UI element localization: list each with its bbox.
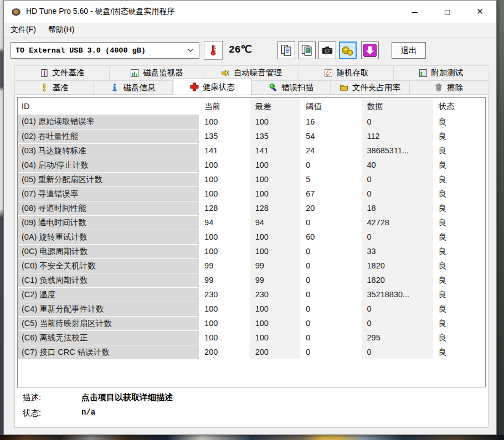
close-button[interactable]: ✕ bbox=[464, 1, 496, 23]
tab-erase[interactable]: 擦除 bbox=[410, 80, 488, 95]
cell-current: 94 bbox=[199, 215, 250, 230]
tab-random-access[interactable]: 随机存取 bbox=[299, 65, 394, 80]
description-value: 点击项目以获取详细描述 bbox=[81, 392, 173, 403]
cell-current: 100 bbox=[199, 330, 250, 345]
cell-data: 0 bbox=[362, 316, 433, 330]
cell-data: 0 bbox=[362, 302, 433, 316]
menu-help[interactable]: 帮助(H) bbox=[43, 23, 80, 37]
smart-attribute-row[interactable]: (C2) 温度230230035218830...良 bbox=[18, 287, 485, 302]
cell-status: 良 bbox=[433, 115, 485, 129]
cell-threshold: 0 bbox=[300, 215, 361, 230]
cell-worst: 94 bbox=[250, 215, 301, 230]
maximize-button[interactable]: □ bbox=[431, 1, 464, 23]
description-label: 描述: bbox=[23, 392, 81, 403]
status-label: 状态: bbox=[23, 408, 81, 418]
tab-benchmark[interactable]: 基准 bbox=[14, 80, 94, 95]
smart-attribute-row[interactable]: (08) 寻道时间性能1281282018良 bbox=[18, 201, 485, 215]
save-screenshot-button[interactable] bbox=[361, 42, 379, 59]
title-bar: HD Tune Pro 5.60 - 硬盘/固态硬盘实用程序 ─ □ ✕ bbox=[4, 1, 496, 23]
tab-disk-info[interactable]: 磁盘信息 bbox=[94, 80, 172, 95]
cell-current: 100 bbox=[199, 302, 250, 316]
column-header-threshold[interactable]: 阈值 bbox=[300, 98, 361, 115]
smart-attribute-row[interactable]: (C1) 负载周期计数999901820良 bbox=[18, 273, 485, 287]
minimize-button[interactable]: ─ bbox=[398, 1, 431, 23]
smart-attribute-row[interactable]: (C7) 接口 CRC 错误计数20020000良 bbox=[18, 345, 485, 359]
column-header-status[interactable]: 状态 bbox=[433, 98, 485, 115]
aam-gears-icon bbox=[342, 44, 354, 56]
tab-label: 随机存取 bbox=[337, 68, 369, 78]
cell-status: 良 bbox=[433, 143, 485, 158]
cell-worst: 100 bbox=[250, 316, 301, 330]
tab-label: 基准 bbox=[53, 82, 69, 93]
exit-button[interactable]: 退出 bbox=[392, 42, 426, 59]
column-header-id[interactable]: ID bbox=[18, 98, 199, 115]
smart-attribute-row[interactable]: (C6) 离线无法校正1001000295良 bbox=[18, 330, 485, 345]
smart-attribute-row[interactable]: (0A) 旋转重试计数100100600良 bbox=[18, 230, 485, 244]
hdd-app-icon bbox=[11, 7, 21, 17]
smart-attribute-row[interactable]: (C0) 不安全关机计数999901820良 bbox=[18, 258, 485, 273]
magnifier-icon bbox=[269, 83, 277, 92]
cell-id: (04) 启动/停止计数 bbox=[18, 158, 199, 172]
menu-file[interactable]: 文件(F) bbox=[5, 23, 42, 37]
tab-folder-usage[interactable]: 文件夹占用率 bbox=[331, 80, 409, 95]
tab-extra-tests[interactable]: 附加测试 bbox=[394, 65, 488, 80]
cell-status: 良 bbox=[433, 287, 485, 302]
drive-select-combobox[interactable]: TO External USB 3.0 (4000 gB) bbox=[11, 42, 199, 59]
cell-worst: 200 bbox=[250, 345, 301, 359]
tab-row-top: 文件基准 磁盘监视器 自动噪音管理 bbox=[14, 65, 488, 80]
cell-status: 良 bbox=[433, 258, 485, 273]
smart-attribute-row[interactable]: (02) 吞吐量性能13513554112良 bbox=[18, 129, 485, 143]
smart-attribute-row[interactable]: (07) 寻道错误率100100670良 bbox=[18, 187, 485, 201]
exclamation-icon bbox=[40, 83, 49, 92]
tab-disk-monitor[interactable]: 磁盘监视器 bbox=[110, 65, 204, 80]
column-header-worst[interactable]: 最差 bbox=[250, 98, 301, 115]
copy-text-button[interactable] bbox=[277, 42, 295, 59]
tab-health-status[interactable]: 健康状态 bbox=[173, 79, 252, 95]
cell-threshold: 0 bbox=[300, 258, 361, 273]
tab-error-scan[interactable]: 错误扫描 bbox=[252, 80, 331, 95]
cell-data: 0 bbox=[362, 172, 433, 187]
health-status-page: ID 当前 最差 阈值 数据 状态 (01) 原始读取错误率100100160良… bbox=[14, 95, 488, 428]
cell-current: 230 bbox=[199, 287, 250, 302]
cell-data: 18 bbox=[362, 201, 433, 215]
tab-file-benchmark[interactable]: 文件基准 bbox=[14, 65, 110, 80]
cell-id: (03) 马达旋转标准 bbox=[18, 143, 199, 158]
smart-attribute-row[interactable]: (04) 启动/停止计数100100040良 bbox=[18, 158, 485, 172]
cell-threshold: 20 bbox=[300, 201, 361, 215]
smart-attribute-row[interactable]: (05) 重新分配扇区计数10010050良 bbox=[18, 172, 485, 187]
cell-data: 40 bbox=[362, 158, 433, 172]
temperature-value: 26℃ bbox=[229, 43, 252, 55]
cell-data: 0 bbox=[362, 345, 433, 359]
cell-threshold: 5 bbox=[300, 172, 361, 187]
cell-id: (09) 通电时间计数 bbox=[18, 215, 199, 230]
cell-id: (05) 重新分配扇区计数 bbox=[18, 172, 199, 187]
temperature-button[interactable] bbox=[204, 41, 223, 60]
smart-attribute-row[interactable]: (C4) 重新分配事件计数10010000良 bbox=[18, 302, 485, 316]
column-header-current[interactable]: 当前 bbox=[199, 98, 250, 115]
tab-aam[interactable]: 自动噪音管理 bbox=[204, 65, 299, 80]
cell-data: 33 bbox=[362, 244, 433, 258]
cell-data: 1820 bbox=[362, 273, 433, 287]
copy-text-icon bbox=[280, 44, 292, 56]
toolbar: TO External USB 3.0 (4000 gB) 26℃ bbox=[4, 38, 496, 64]
cell-threshold: 0 bbox=[300, 287, 361, 302]
smart-attribute-row[interactable]: (01) 原始读取错误率100100160良 bbox=[18, 115, 485, 129]
smart-attributes-list[interactable]: ID 当前 最差 阈值 数据 状态 (01) 原始读取错误率100100160良… bbox=[17, 97, 486, 387]
column-header-data[interactable]: 数据 bbox=[362, 98, 433, 115]
smart-attribute-row[interactable]: (0C) 电源周期计数100100033良 bbox=[18, 244, 485, 258]
disk-monitor-icon bbox=[130, 69, 139, 77]
window-controls: ─ □ ✕ bbox=[398, 1, 496, 23]
cell-current: 100 bbox=[199, 230, 250, 244]
copy-image-icon bbox=[301, 44, 313, 56]
cell-current: 100 bbox=[199, 187, 250, 201]
smart-attribute-row[interactable]: (C5) 当前待映射扇区计数10010000良 bbox=[18, 316, 485, 330]
random-access-icon bbox=[324, 69, 333, 77]
aam-settings-button[interactable] bbox=[339, 42, 357, 59]
cell-id: (C0) 不安全关机计数 bbox=[18, 258, 199, 273]
screenshot-button[interactable] bbox=[318, 42, 336, 59]
smart-attribute-row[interactable]: (03) 马达旋转标准1411412438685311...良 bbox=[18, 143, 485, 158]
smart-attribute-row[interactable]: (09) 通电时间计数9494042728良 bbox=[18, 215, 485, 230]
cell-threshold: 0 bbox=[300, 244, 361, 258]
copy-image-button[interactable] bbox=[298, 42, 316, 59]
cell-threshold: 0 bbox=[300, 345, 361, 359]
